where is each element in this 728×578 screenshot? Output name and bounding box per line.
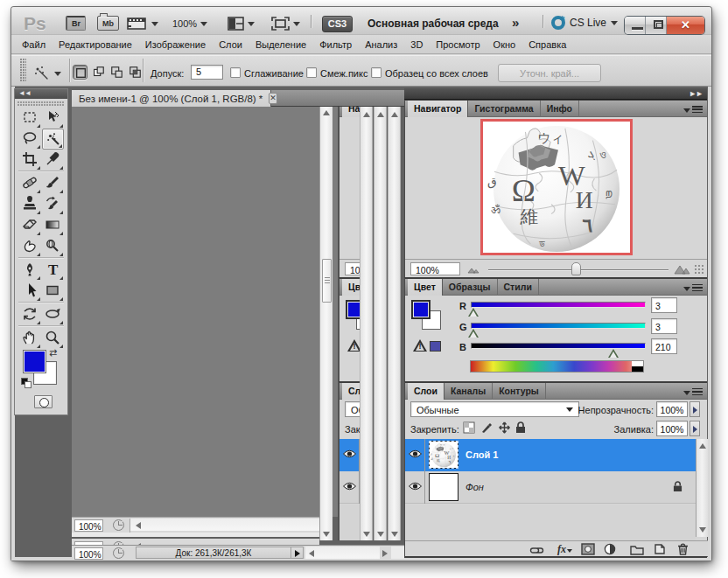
tolerance-input[interactable]: 5 <box>191 65 223 80</box>
workspace-name[interactable]: Основная рабочая среда <box>368 17 499 30</box>
hand-tool[interactable] <box>19 328 41 349</box>
fill-spinner[interactable] <box>690 421 700 436</box>
3d-rotate-tool[interactable] <box>19 304 41 325</box>
layers-scrollbar[interactable] <box>696 439 708 537</box>
selection-intersect-button[interactable] <box>128 65 143 80</box>
selection-add-button[interactable] <box>91 65 106 80</box>
layer2-name[interactable]: Фон <box>466 482 484 492</box>
color-foreground-swatch[interactable] <box>346 300 360 319</box>
screen-mode-button[interactable] <box>271 16 300 31</box>
menu-3d[interactable]: 3D <box>410 36 423 53</box>
dock-collapse-bar[interactable]: ►► <box>404 88 707 100</box>
zoom-out-icon[interactable] <box>467 267 480 274</box>
channel-b-slider[interactable] <box>471 343 646 349</box>
layer2-visibility-cell[interactable] <box>340 471 360 504</box>
panel-resize-grip[interactable] <box>695 265 705 275</box>
strip1-down-icon[interactable] <box>363 532 370 537</box>
ramp-bw-swatches[interactable] <box>632 361 643 372</box>
minimize-button[interactable] <box>625 17 646 34</box>
sample-all-layers-checkbox[interactable] <box>371 67 382 78</box>
healing-brush-tool[interactable] <box>19 173 41 194</box>
tools-panel-grip[interactable] <box>18 101 65 107</box>
arrange-documents-button[interactable] <box>228 16 255 31</box>
lock-all-icon[interactable] <box>515 421 528 434</box>
document-canvas[interactable] <box>72 107 338 517</box>
view-extras-button[interactable] <box>127 16 158 31</box>
tab-color[interactable]: Цвет <box>408 279 443 296</box>
status-zoom-field-b[interactable]: 100% <box>74 547 103 560</box>
tab-swatches[interactable]: Образцы <box>443 279 498 296</box>
adjustment-layer-icon[interactable] <box>604 543 617 559</box>
restore-button[interactable] <box>646 17 667 34</box>
tools-panel-collapse-bar[interactable]: ◄◄ <box>15 89 67 99</box>
document-tab[interactable]: Без имени-1 @ 100% (Слой 1, RGB/8) * ✕ <box>72 90 271 107</box>
layers-scroll-down-icon[interactable] <box>699 527 706 533</box>
channel-r-value[interactable]: 3 <box>651 297 677 313</box>
strip3-down-icon[interactable] <box>391 532 398 537</box>
magic-wand-tool[interactable] <box>42 129 64 150</box>
layer1-visibility-cell[interactable] <box>340 439 360 471</box>
scroll-down-icon[interactable] <box>323 532 330 537</box>
new-layer-icon[interactable] <box>654 543 666 559</box>
selection-subtract-button[interactable] <box>109 65 124 80</box>
lock-pixels-icon[interactable] <box>480 421 493 434</box>
path-select-tool[interactable] <box>19 281 41 302</box>
lasso-tool[interactable] <box>19 129 41 150</box>
gamut-warning-icon[interactable] <box>347 339 360 352</box>
menu-filter[interactable]: Фильтр <box>319 36 352 53</box>
swap-colors-icon[interactable]: ⇄ <box>49 347 57 359</box>
history-brush-tool[interactable] <box>42 194 64 215</box>
zoom-in-icon[interactable] <box>674 264 691 275</box>
status-hscroll-b[interactable] <box>305 547 380 559</box>
channel-r-thumb[interactable] <box>468 308 479 317</box>
channel-g-slider[interactable] <box>471 323 646 329</box>
tab-navigator[interactable]: Навигатор <box>342 106 360 117</box>
cs3-workspace-button[interactable]: CS3 <box>322 16 353 32</box>
channel-g-thumb[interactable] <box>468 329 479 338</box>
launch-bridge-button[interactable]: Br <box>66 16 86 31</box>
layer1-thumbnail[interactable] <box>429 441 458 469</box>
menu-analysis[interactable]: Анализ <box>365 36 397 53</box>
channel-g-value[interactable]: 3 <box>651 318 677 334</box>
tab-styles[interactable]: Стили <box>498 279 539 296</box>
title-bar[interactable]: Ps Br Mb 100% <box>11 7 711 35</box>
contiguous-checkbox[interactable] <box>306 67 317 78</box>
new-group-icon[interactable] <box>630 543 644 559</box>
strip3-up-icon[interactable] <box>391 112 398 117</box>
menu-help[interactable]: Справка <box>528 36 566 53</box>
blend-mode-dropdown[interactable]: Обычные <box>410 401 579 417</box>
eraser-tool[interactable] <box>19 215 41 236</box>
opacity-value[interactable]: 100% <box>656 401 688 417</box>
panel-splitter-strip-1[interactable] <box>360 107 373 540</box>
layer-style-icon[interactable]: fx <box>557 543 572 556</box>
layer-row-2[interactable]: Фон <box>340 471 360 504</box>
status-info-menu-button[interactable] <box>291 547 304 559</box>
menu-window[interactable]: Окно <box>494 36 516 53</box>
tab-paths[interactable]: Контуры <box>493 383 546 400</box>
navigator-zoom-thumb[interactable] <box>571 262 581 275</box>
gamut-closest-color-swatch[interactable] <box>430 341 441 352</box>
options-bar-grip[interactable] <box>20 59 26 82</box>
menu-file[interactable]: Файл <box>22 36 46 53</box>
scroll-up-icon[interactable] <box>323 110 330 115</box>
clone-stamp-tool[interactable] <box>19 194 41 215</box>
layer-row-1[interactable]: Слой 1 <box>340 439 360 471</box>
fill-value[interactable]: 100% <box>656 421 688 436</box>
close-button[interactable]: ✕ <box>667 17 704 34</box>
tab-color[interactable]: Цвет <box>342 279 360 296</box>
dodge-tool[interactable] <box>42 236 64 257</box>
layers-panel-menu-icon[interactable] <box>683 388 703 396</box>
smudge-tool[interactable] <box>19 236 41 257</box>
tab-histogram[interactable]: Гистограмма <box>468 101 540 117</box>
menu-edit[interactable]: Редактирование <box>59 36 132 53</box>
antialias-checkbox[interactable] <box>230 67 241 78</box>
navigator-proxy-view[interactable] <box>480 119 633 255</box>
tool-preset-button[interactable] <box>31 62 62 85</box>
brush-tool[interactable] <box>42 173 64 194</box>
default-colors-icon[interactable] <box>21 378 32 388</box>
menu-select[interactable]: Выделение <box>256 36 306 53</box>
link-layers-icon[interactable] <box>529 543 544 559</box>
tab-info[interactable]: Инфо <box>541 101 579 117</box>
zoom-tool[interactable] <box>42 328 64 349</box>
lock-position-icon[interactable] <box>498 421 510 434</box>
